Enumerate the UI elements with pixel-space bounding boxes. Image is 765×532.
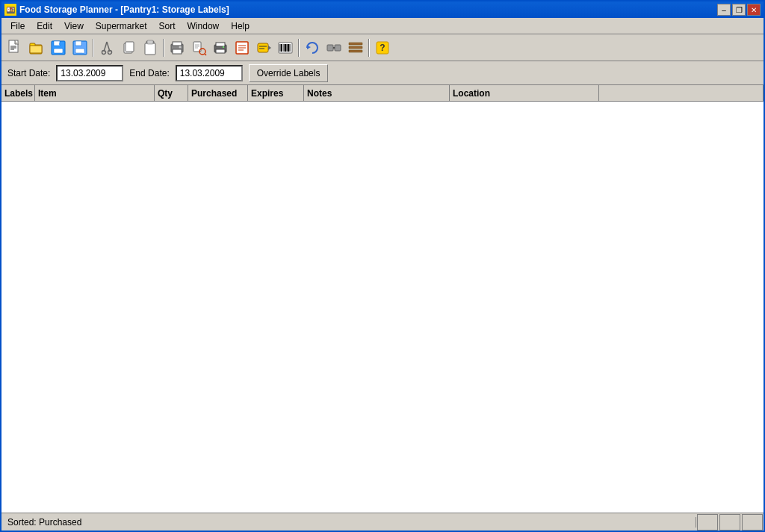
save-button[interactable]: [48, 37, 69, 58]
restore-button[interactable]: ❐: [732, 4, 746, 16]
svg-rect-26: [173, 49, 182, 54]
svg-rect-8: [54, 41, 60, 46]
column-header-item[interactable]: Item: [35, 85, 155, 101]
copy-button[interactable]: [118, 37, 139, 58]
print-preview-button[interactable]: [188, 37, 209, 58]
menu-bar: File Edit View Supermarket Sort Window H…: [1, 18, 764, 34]
menu-file[interactable]: File: [4, 19, 31, 33]
svg-point-18: [108, 50, 112, 54]
save-as-button[interactable]: *: [69, 37, 90, 58]
column-header-expires[interactable]: Expires: [248, 85, 304, 101]
separator-2: [163, 39, 164, 57]
barcode-button[interactable]: [275, 37, 296, 58]
refresh-button[interactable]: [302, 37, 323, 58]
column-header-labels[interactable]: Labels: [1, 85, 35, 101]
title-bar-text: Food Storage Planner - [Pantry1: Storage…: [19, 4, 229, 15]
start-date-input[interactable]: [56, 65, 123, 81]
svg-rect-22: [145, 43, 155, 55]
menu-help[interactable]: Help: [225, 19, 255, 33]
menu-edit[interactable]: Edit: [31, 19, 58, 33]
end-date-label: End Date:: [129, 68, 169, 78]
paste-button[interactable]: [140, 37, 161, 58]
table-body: [1, 102, 764, 531]
separator-3: [298, 39, 300, 57]
print-setup-button[interactable]: [167, 37, 188, 58]
app-icon: 🍱: [4, 4, 16, 16]
settings-button[interactable]: [345, 37, 366, 58]
svg-rect-6: [30, 46, 42, 53]
override-labels-button[interactable]: Override Labels: [249, 64, 329, 82]
svg-point-27: [179, 46, 182, 48]
menu-window[interactable]: Window: [182, 19, 226, 33]
column-header-rest: [599, 85, 764, 101]
status-btn-3[interactable]: [742, 514, 763, 531]
table-container: Labels Item Qty Purchased Expires Notes …: [1, 85, 764, 531]
status-bar: Sorted: Purchased: [1, 513, 764, 531]
column-header-notes[interactable]: Notes: [304, 85, 450, 101]
connect-button[interactable]: [323, 37, 344, 58]
svg-rect-35: [216, 43, 225, 46]
column-header-qty[interactable]: Qty: [155, 85, 188, 101]
menu-view[interactable]: View: [58, 19, 90, 33]
svg-point-37: [223, 46, 224, 48]
print-button[interactable]: [210, 37, 231, 58]
svg-marker-54: [307, 46, 311, 49]
svg-text:?: ?: [380, 43, 385, 53]
svg-marker-45: [268, 46, 271, 50]
svg-rect-20: [126, 42, 134, 52]
column-header-purchased[interactable]: Purchased: [188, 85, 248, 101]
svg-rect-42: [258, 43, 268, 52]
toolbar: *: [1, 34, 764, 61]
svg-rect-55: [327, 45, 333, 51]
status-btn-1[interactable]: [697, 514, 718, 531]
svg-rect-58: [349, 43, 362, 45]
table-header: Labels Item Qty Purchased Expires Notes …: [1, 85, 764, 102]
app-window: 🍱 Food Storage Planner - [Pantry1: Stora…: [0, 0, 765, 532]
separator-4: [368, 39, 370, 57]
start-date-label: Start Date:: [7, 68, 50, 78]
status-text: Sorted: Purchased: [1, 517, 696, 528]
svg-line-33: [205, 54, 206, 55]
minimize-button[interactable]: –: [717, 4, 731, 16]
svg-rect-23: [147, 40, 153, 44]
open-button[interactable]: [26, 37, 47, 58]
separator-1: [93, 39, 94, 57]
title-bar-left: 🍱 Food Storage Planner - [Pantry1: Stora…: [4, 4, 229, 16]
svg-point-17: [102, 50, 106, 54]
svg-rect-25: [173, 42, 182, 46]
end-date-input[interactable]: [176, 65, 243, 81]
svg-rect-36: [216, 49, 225, 53]
date-bar: Start Date: End Date: Override Labels: [1, 61, 764, 85]
svg-rect-9: [54, 49, 63, 53]
title-bar: 🍱 Food Storage Planner - [Pantry1: Stora…: [1, 1, 764, 18]
content-area: Labels Item Qty Purchased Expires Notes …: [1, 85, 764, 531]
svg-rect-12: [75, 41, 81, 46]
svg-rect-60: [349, 50, 362, 52]
status-btn-2[interactable]: [719, 514, 740, 531]
title-bar-controls: – ❐ ✕: [717, 4, 761, 16]
svg-rect-59: [349, 46, 362, 49]
menu-sort[interactable]: Sort: [153, 19, 182, 33]
help-button[interactable]: ?: [372, 37, 393, 58]
labels-button[interactable]: [253, 37, 274, 58]
cut-button[interactable]: [96, 37, 117, 58]
export-button[interactable]: [232, 37, 253, 58]
new-button[interactable]: [4, 37, 25, 58]
menu-supermarket[interactable]: Supermarket: [90, 19, 153, 33]
svg-rect-56: [335, 45, 341, 51]
column-header-location[interactable]: Location: [450, 85, 599, 101]
close-button[interactable]: ✕: [747, 4, 761, 16]
